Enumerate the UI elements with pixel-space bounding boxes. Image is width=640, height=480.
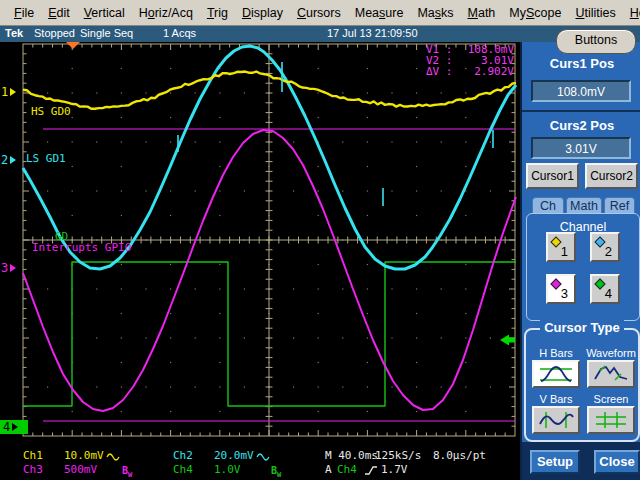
- v-bars-label: V Bars: [531, 393, 581, 405]
- v-bars-button[interactable]: [532, 406, 580, 434]
- trigger-level: 1.7V: [381, 464, 408, 476]
- trigger-position-marker[interactable]: [66, 42, 80, 49]
- curs1-pos-title: Curs1 Pos: [522, 56, 640, 71]
- ch2-scale: 20.0mV: [214, 450, 254, 462]
- waveform-label: Waveform: [586, 347, 636, 359]
- ch4-ground-marker[interactable]: 4: [0, 420, 28, 434]
- trigger-source: Ch4: [337, 464, 357, 476]
- menu-masks[interactable]: Masks: [410, 3, 460, 23]
- ch1-ground-marker[interactable]: 1: [1, 85, 16, 99]
- oscilloscope-app: FileEditVerticalHoriz/AcqTrigDisplayCurs…: [0, 0, 640, 480]
- ch1-ac-coupling-icon: [106, 452, 120, 462]
- curs1-pos-value[interactable]: 108.0mV: [531, 80, 631, 102]
- ch4-readout-name: Ch4: [173, 464, 193, 476]
- trigger-level-arrow[interactable]: [500, 335, 515, 346]
- h-bars-label: H Bars: [531, 347, 581, 359]
- tab-ch[interactable]: Ch: [532, 197, 564, 214]
- menu-help[interactable]: Help: [623, 3, 640, 23]
- ch4-scale: 1.0V: [214, 464, 241, 476]
- menu-display[interactable]: Display: [235, 3, 290, 23]
- menu-utilities[interactable]: Utilities: [568, 3, 622, 23]
- buttons-button[interactable]: Buttons: [556, 29, 636, 54]
- scope-display: V1 :108.0mV V2 :3.01V ΔV :2.902V HS GD0 …: [0, 42, 520, 480]
- channel-section-title: Channel: [527, 220, 639, 234]
- screen-label: Screen: [586, 393, 636, 405]
- menu-myscope[interactable]: MyScope: [502, 3, 568, 23]
- graticule: [0, 42, 520, 480]
- timebase-main: M 40.0ms: [325, 450, 378, 462]
- ch3-scale: 500mV: [64, 464, 97, 476]
- menu-trig[interactable]: Trig: [200, 3, 235, 23]
- h-bars-button[interactable]: [532, 360, 580, 388]
- ch3-bandwidth-badge: BW: [122, 465, 132, 480]
- waveform-button[interactable]: [587, 360, 635, 388]
- close-button[interactable]: Close: [594, 450, 640, 474]
- acquisition-mode: Single Seq: [80, 27, 133, 39]
- setup-button[interactable]: Setup: [530, 450, 580, 474]
- tek-logo: Tek: [5, 27, 23, 39]
- menu-bar: FileEditVerticalHoriz/AcqTrigDisplayCurs…: [0, 0, 640, 26]
- menu-file[interactable]: File: [7, 3, 41, 23]
- ch3-ground-marker[interactable]: 3: [1, 261, 16, 275]
- delta-v-value: 2.902V: [460, 66, 514, 77]
- cursor1-button[interactable]: Cursor1: [526, 163, 579, 189]
- trigger-type: A: [325, 464, 332, 476]
- trigger-slope-icon: [364, 464, 378, 476]
- menu-cursors[interactable]: Cursors: [290, 3, 348, 23]
- tab-ref[interactable]: Ref: [604, 197, 635, 214]
- vbars-icon: [537, 410, 575, 430]
- acquisition-status: Stopped: [34, 27, 75, 39]
- ch2-ground-marker[interactable]: 2: [1, 153, 16, 167]
- channel-2-button[interactable]: 2: [590, 232, 620, 262]
- cursor2-button[interactable]: Cursor2: [585, 163, 638, 189]
- cursor-type-title: Cursor Type: [522, 320, 640, 335]
- ch3-readout-name: Ch3: [23, 464, 43, 476]
- ch2-readout-name: Ch2: [173, 450, 193, 462]
- waveform-icon: [592, 364, 630, 384]
- menu-vertical[interactable]: Vertical: [77, 3, 132, 23]
- datetime: 17 Jul 13 21:09:50: [327, 27, 418, 39]
- hbars-icon: [537, 364, 575, 384]
- menu-measure[interactable]: Measure: [348, 3, 411, 23]
- tab-math[interactable]: Math: [566, 197, 602, 214]
- sample-rate: 125kS/s: [375, 450, 421, 462]
- cursor-readout: V1 :108.0mV V2 :3.01V ΔV :2.902V: [426, 44, 514, 77]
- channel-4-button[interactable]: 4: [590, 274, 620, 304]
- channel-1-button[interactable]: 1: [546, 232, 576, 262]
- ch1-readout-name: Ch1: [23, 450, 43, 462]
- menu-horizacq[interactable]: Horiz/Acq: [132, 3, 200, 23]
- screen-button[interactable]: [587, 406, 635, 434]
- control-panel: Curs1 Pos 108.0mV Curs2 Pos 3.01V Cursor…: [520, 42, 640, 480]
- ch2-wave-label: LS GD1: [26, 152, 66, 165]
- curs2-pos-title: Curs2 Pos: [522, 118, 640, 133]
- ch4-bandwidth-badge: BW: [271, 465, 281, 480]
- screen-icon: [592, 410, 630, 430]
- ch1-scale: 10.0mV: [64, 450, 104, 462]
- ch2-ac-coupling-icon: [256, 452, 270, 462]
- channel-3-button[interactable]: 3: [546, 274, 576, 304]
- acquisition-count: 1 Acqs: [163, 27, 196, 39]
- ch1-wave-label: HS GD0: [31, 105, 71, 118]
- resolution: 8.0µs/pt: [433, 450, 486, 462]
- curs2-pos-value[interactable]: 3.01V: [531, 137, 631, 159]
- menu-edit[interactable]: Edit: [41, 3, 77, 23]
- ch3-wave-label: Interrupts GPIO: [32, 241, 131, 254]
- status-bar: Tek Stopped Single Seq 1 Acqs 17 Jul 13 …: [0, 26, 640, 42]
- menu-math[interactable]: Math: [461, 3, 503, 23]
- channel-tab-page: Channel: [526, 213, 640, 321]
